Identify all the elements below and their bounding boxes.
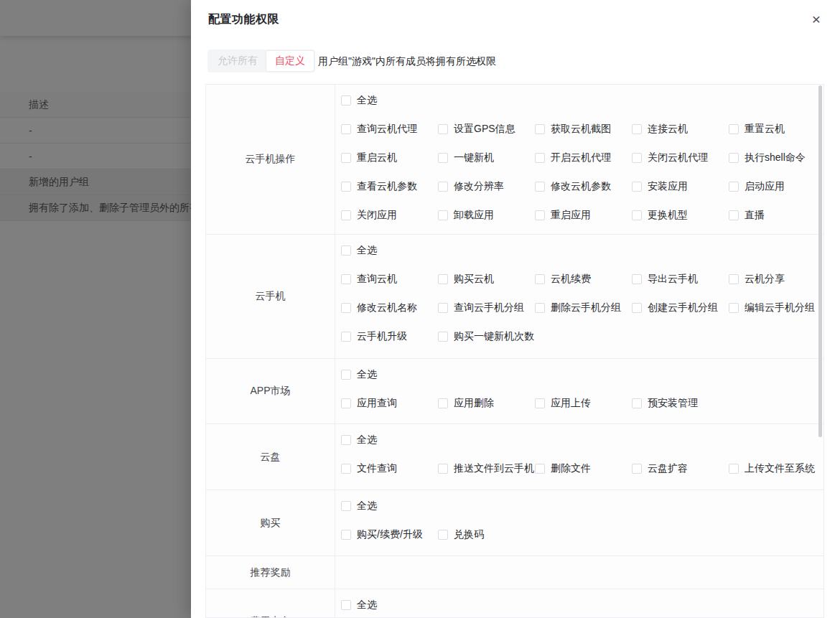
permission-label: 创建云手机分组: [648, 301, 718, 314]
permission-checkbox[interactable]: [438, 530, 448, 540]
drawer-title: 配置功能权限: [208, 12, 279, 27]
permission-checkbox[interactable]: [632, 303, 642, 313]
scrollbar-thumb[interactable]: [818, 85, 822, 437]
permission-item: 删除文件: [535, 462, 632, 475]
permission-checkbox[interactable]: [438, 182, 448, 192]
permission-label: 设置GPS信息: [454, 123, 515, 136]
section-content: 全选: [335, 589, 823, 618]
select-all-checkbox[interactable]: [341, 600, 351, 610]
permission-checkbox[interactable]: [535, 182, 545, 192]
select-all-checkbox[interactable]: [341, 370, 351, 380]
permission-item: 更换机型: [632, 209, 729, 222]
category-label: 云盘: [206, 424, 335, 490]
permission-checkbox[interactable]: [341, 398, 351, 408]
permission-item: 删除云手机分组: [535, 301, 632, 314]
permission-checkbox[interactable]: [535, 124, 545, 134]
permission-checkbox[interactable]: [729, 210, 739, 220]
permission-checkbox[interactable]: [438, 303, 448, 313]
permission-item: 重置云机: [729, 123, 824, 136]
permission-checkbox[interactable]: [729, 124, 739, 134]
permission-item: 推送文件到云手机: [438, 462, 535, 475]
permission-item: 关闭云机代理: [632, 151, 729, 164]
permission-item: 购买云机: [438, 273, 535, 286]
tab-custom[interactable]: 自定义: [266, 51, 314, 71]
permission-section: 云手机全选查询云机购买云机云机续费导出云手机云机分享修改云机名称查询云手机分组删…: [206, 235, 823, 359]
permission-label: 修改云机参数: [551, 180, 611, 193]
permission-checkbox[interactable]: [341, 124, 351, 134]
close-icon[interactable]: ×: [807, 10, 826, 29]
permission-checkbox[interactable]: [438, 332, 448, 342]
category-label: 购买: [206, 490, 335, 556]
permission-checkbox[interactable]: [438, 398, 448, 408]
permission-label: 全选: [357, 94, 377, 107]
section-content: 全选购买/续费/升级兑换码: [335, 490, 823, 556]
permission-label: 编辑云手机分组: [745, 301, 815, 314]
permission-checkbox[interactable]: [632, 464, 642, 474]
select-all-checkbox[interactable]: [341, 435, 351, 445]
permission-checkbox[interactable]: [729, 153, 739, 163]
permission-checkbox[interactable]: [535, 274, 545, 284]
select-all-checkbox[interactable]: [341, 95, 351, 106]
permission-checkbox[interactable]: [632, 124, 642, 134]
permission-item: 上传文件至系统: [729, 462, 824, 475]
checkbox-row: 购买/续费/升级兑换码: [341, 520, 823, 549]
permission-checkbox[interactable]: [729, 274, 739, 284]
permission-checkbox[interactable]: [632, 210, 642, 220]
permission-checkbox[interactable]: [632, 182, 642, 192]
permission-checkbox[interactable]: [632, 398, 642, 408]
permission-checkbox[interactable]: [341, 153, 351, 163]
permission-checkbox[interactable]: [729, 303, 739, 313]
permission-checkbox[interactable]: [438, 124, 448, 134]
permission-checkbox[interactable]: [438, 274, 448, 284]
category-label: 推荐奖励: [206, 556, 335, 589]
permission-label: 获取云机截图: [551, 123, 611, 136]
tab-allow-all[interactable]: 允许所有: [209, 51, 266, 71]
permission-checkbox[interactable]: [341, 332, 351, 342]
permission-label: 关闭云机代理: [648, 151, 708, 164]
permission-item: 导出云手机: [632, 273, 729, 286]
permissions-drawer: 配置功能权限 × 允许所有 自定义 用户组"游戏"内所有成员将拥有所选权限 云手…: [191, 0, 840, 618]
select-all-checkbox[interactable]: [341, 245, 351, 256]
category-label: 费用中心: [206, 589, 335, 618]
permission-item: 云机分享: [729, 273, 824, 286]
permission-item: 设置GPS信息: [438, 123, 535, 136]
permission-checkbox[interactable]: [438, 210, 448, 220]
permission-checkbox[interactable]: [632, 153, 642, 163]
permission-item: 获取云机截图: [535, 123, 632, 136]
select-all-checkbox[interactable]: [341, 501, 351, 511]
permission-checkbox[interactable]: [535, 210, 545, 220]
permission-checkbox[interactable]: [729, 182, 739, 192]
permission-checkbox[interactable]: [341, 303, 351, 313]
permission-checkbox[interactable]: [535, 303, 545, 313]
permission-checkbox[interactable]: [438, 464, 448, 474]
permission-item: 应用查询: [341, 397, 438, 410]
select-all-row: 全选: [341, 591, 823, 618]
select-all-row: 全选: [341, 360, 823, 389]
permission-checkbox[interactable]: [341, 210, 351, 220]
permission-checkbox[interactable]: [632, 274, 642, 284]
permission-checkbox[interactable]: [438, 153, 448, 163]
checkbox-row: 查询云机代理设置GPS信息获取云机截图连接云机重置云机: [341, 115, 823, 144]
permission-label: 卸载应用: [454, 209, 494, 222]
permission-section: 云盘全选文件查询推送文件到云手机删除文件云盘扩容上传文件至系统: [206, 424, 823, 490]
permission-label: 查看云机参数: [357, 180, 417, 193]
category-label: 云手机操作: [206, 85, 335, 234]
permission-label: 上传文件至系统: [745, 462, 815, 475]
permission-checkbox[interactable]: [341, 530, 351, 540]
permission-checkbox[interactable]: [341, 464, 351, 474]
permission-checkbox[interactable]: [535, 153, 545, 163]
permission-checkbox[interactable]: [535, 464, 545, 474]
permission-checkbox[interactable]: [729, 464, 739, 474]
permission-item: 直播: [729, 209, 824, 222]
checkbox-row: 查询云机购买云机云机续费导出云手机云机分享: [341, 265, 823, 294]
category-label: 云手机: [206, 235, 335, 358]
permission-checkbox[interactable]: [341, 274, 351, 284]
permission-checkbox[interactable]: [341, 182, 351, 192]
permission-label: 全选: [357, 368, 377, 381]
permission-label: 一键新机: [454, 151, 494, 164]
permission-checkbox[interactable]: [535, 398, 545, 408]
permission-item: 开启云机代理: [535, 151, 632, 164]
permission-label: 应用删除: [454, 397, 494, 410]
permission-item: 文件查询: [341, 462, 438, 475]
permissions-table: 云手机操作全选查询云机代理设置GPS信息获取云机截图连接云机重置云机重启云机一键…: [205, 84, 824, 618]
